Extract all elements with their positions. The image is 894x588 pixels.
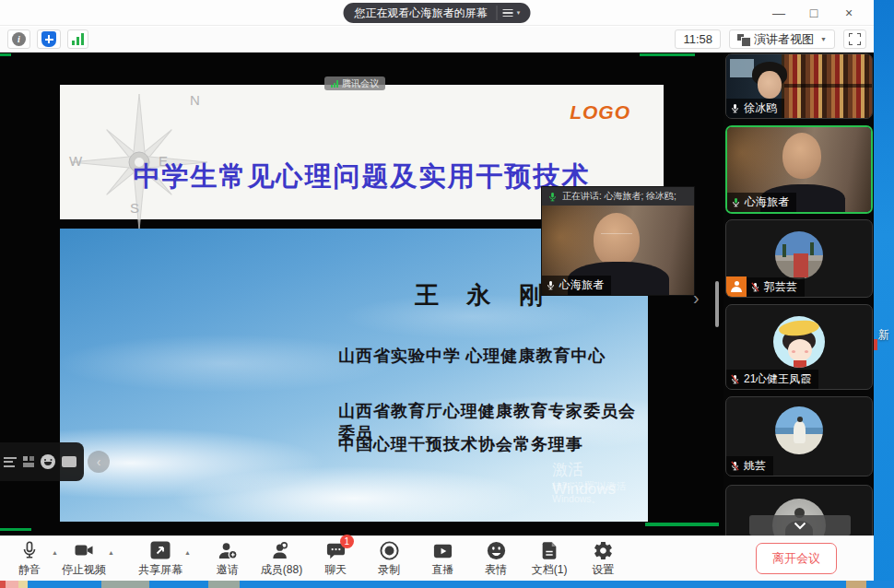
close-button[interactable]: ×: [831, 0, 866, 26]
emoji-quick-icon[interactable]: [41, 454, 55, 469]
participant-name-tag: 21心健王凤霞: [726, 370, 818, 389]
annotation-menu-icon[interactable]: [4, 454, 17, 469]
invite-icon: [217, 539, 238, 561]
host-badge-icon: [726, 276, 747, 297]
mic-muted-icon: [730, 461, 740, 471]
taskbar-bit: [101, 581, 149, 588]
participant-name-tag: 姚芸: [726, 456, 773, 476]
shield-icon: [41, 31, 56, 47]
desktop-artifact: [874, 339, 877, 350]
minimize-button[interactable]: —: [761, 0, 796, 26]
taskbar-bit: [846, 581, 866, 588]
members-icon: [271, 539, 292, 561]
collapse-toolbar-button[interactable]: ‹: [88, 451, 110, 473]
mic-icon: [547, 192, 558, 202]
speaking-status-bar: 正在讲话: 心海旅者; 徐冰鸥;: [542, 187, 694, 206]
active-speaker-overlay[interactable]: 正在讲话: 心海旅者; 徐冰鸥; 心海旅者: [542, 187, 694, 295]
record-button[interactable]: 录制: [369, 539, 409, 578]
record-icon: [379, 539, 400, 561]
meeting-app-badge: 腾讯会议: [324, 76, 385, 90]
fullscreen-button[interactable]: [843, 29, 866, 49]
participant-face: [782, 133, 821, 179]
maximize-button[interactable]: □: [796, 0, 831, 26]
network-status-button[interactable]: [67, 29, 88, 49]
participant-tile[interactable]: 徐冰鸥: [725, 53, 873, 119]
shared-screen: N W E S LOGO 中学生常见心理问题及实用干预技术 王 永 刚 山西省实…: [0, 53, 723, 535]
speaker-glasses: [601, 233, 632, 241]
video-artifact: [640, 53, 695, 56]
participant-name: 郭芸芸: [764, 279, 797, 295]
background-bookshelf: [784, 54, 872, 118]
participant-face: [758, 71, 782, 99]
meeting-info-button[interactable]: i: [7, 29, 30, 49]
docs-button[interactable]: 文档(1): [529, 539, 570, 578]
video-artifact: [645, 523, 719, 526]
participant-avatar: [775, 406, 823, 454]
participant-tile[interactable]: 姚芸: [725, 396, 873, 476]
participants-sidebar: 徐冰鸥 心海旅者: [725, 53, 873, 535]
share-screen-button[interactable]: 共享屏幕: [138, 539, 182, 578]
annotation-toolbar: ‹: [0, 442, 110, 481]
meeting-toolbar: i 11:58 演讲者视图 ▼: [0, 27, 874, 53]
info-icon: i: [12, 32, 26, 46]
chat-quick-icon[interactable]: [62, 456, 76, 467]
participant-name-tag: 徐冰鸥: [726, 99, 784, 118]
view-mode-label: 演讲者视图: [754, 31, 814, 48]
taskbar-bit: [18, 581, 28, 588]
participant-tile-active-speaker[interactable]: 心海旅者: [725, 125, 873, 214]
security-button[interactable]: [37, 29, 61, 49]
participant-tile[interactable]: 郭芸芸: [725, 219, 873, 298]
annotation-grid-icon[interactable]: [23, 456, 34, 467]
scroll-more-participants-button[interactable]: [749, 515, 851, 535]
chevron-right-icon: ›: [693, 288, 700, 308]
taskbar-bit: [6, 581, 18, 588]
control-bar: 静音 ▲ 停止视频 ▲: [0, 535, 874, 581]
watching-banner: 您正在观看心海旅者的屏幕 ▼: [344, 3, 531, 23]
live-button[interactable]: 直播: [422, 539, 463, 578]
speaking-status-text: 正在讲话: 心海旅者; 徐冰鸥;: [562, 190, 676, 203]
speaker-name-tag-text: 心海旅者: [559, 277, 604, 293]
banner-menu-button[interactable]: ▼: [497, 6, 527, 21]
mic-muted-icon: [730, 374, 740, 384]
desktop-icon-label: 新: [878, 327, 889, 343]
fullscreen-icon: [849, 33, 861, 45]
chevron-left-icon: ‹: [97, 454, 101, 469]
mic-icon: [730, 103, 740, 113]
leave-meeting-button[interactable]: 离开会议: [756, 543, 837, 574]
mute-button[interactable]: 静音: [9, 539, 50, 578]
speaker-name: 王 永 刚: [415, 279, 554, 312]
participant-name: 徐冰鸥: [744, 100, 777, 116]
meeting-app-badge-label: 腾讯会议: [342, 77, 379, 90]
main-area: N W E S LOGO 中学生常见心理问题及实用干预技术 王 永 刚 山西省实…: [0, 53, 874, 535]
view-mode-selector[interactable]: 演讲者视图 ▼: [729, 29, 835, 49]
chat-icon: 1: [325, 539, 347, 561]
desktop-background: [874, 0, 894, 588]
stop-video-button[interactable]: 停止视频: [62, 539, 106, 578]
video-artifact: [0, 53, 11, 56]
settings-button[interactable]: 设置: [582, 539, 623, 578]
chat-unread-badge: 1: [340, 535, 354, 548]
meeting-window: 您正在观看心海旅者的屏幕 ▼ — □ × i: [0, 0, 874, 581]
video-options-button[interactable]: ▲: [108, 549, 114, 556]
participant-avatar: [775, 231, 823, 279]
avatar-face: [788, 339, 812, 361]
share-scrollbar[interactable]: [715, 281, 719, 327]
signal-bars-icon: [331, 80, 338, 88]
participant-name-tag: 郭芸芸: [747, 277, 805, 297]
share-options-button[interactable]: ▲: [184, 549, 191, 556]
invite-button[interactable]: 邀请: [207, 539, 248, 578]
members-button[interactable]: 成员(88): [261, 539, 302, 578]
avatar-person: [794, 421, 806, 443]
chat-button[interactable]: 1 聊天: [315, 539, 356, 578]
avatar-scarf: [794, 360, 806, 368]
expand-sidebar-button[interactable]: ›: [693, 288, 700, 309]
emoji-button[interactable]: 表情: [476, 539, 516, 578]
participant-name: 心海旅者: [745, 194, 789, 210]
screen: 新 您正在观看心海旅者的屏幕 ▼ — □ ×: [0, 0, 894, 588]
participant-tile[interactable]: 21心健王凤霞: [725, 304, 873, 390]
participant-tile-partial[interactable]: [725, 485, 873, 535]
participant-name: 21心健王凤霞: [744, 371, 811, 387]
mute-options-button[interactable]: ▲: [52, 549, 58, 556]
video-artifact: [0, 528, 31, 531]
background-screen: [730, 59, 754, 77]
